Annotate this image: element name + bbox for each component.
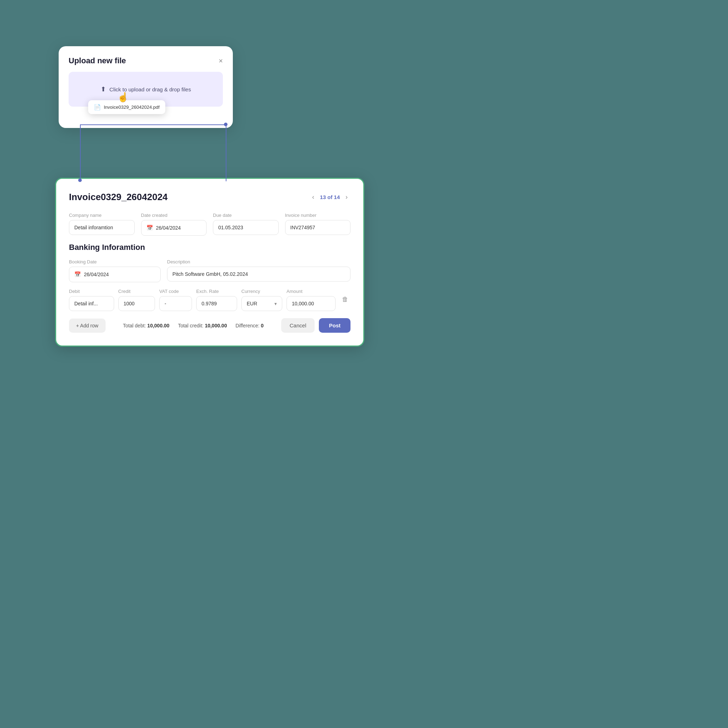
debit-input[interactable]: Detail inf... bbox=[69, 296, 114, 311]
credit-cell: Credit 1000 bbox=[118, 289, 155, 311]
exch-value: 0.9789 bbox=[202, 301, 217, 306]
booking-date-group: Booking Date 📅 bbox=[69, 259, 161, 282]
pagination-total: 14 bbox=[334, 194, 340, 200]
total-credit-label: Total credit: bbox=[178, 323, 204, 329]
total-credit-value: 10,000.00 bbox=[205, 323, 227, 329]
due-date-group: Due date bbox=[213, 213, 279, 236]
amount-cell: Amount 10,000.00 bbox=[286, 289, 336, 311]
invoice-filename: Invoice0329_26042024 bbox=[69, 191, 168, 203]
due-date-label: Due date bbox=[213, 213, 279, 218]
total-debt: Total debt: 10,000.00 bbox=[123, 323, 170, 329]
exch-cell: Exch. Rate 0.9789 bbox=[196, 289, 237, 311]
upload-dialog: Upload new file × ⬆ Click to upload or d… bbox=[59, 46, 233, 128]
amount-value: 10,000.00 bbox=[292, 301, 314, 306]
total-debt-value: 10,000.00 bbox=[147, 323, 169, 329]
invoice-number-group: Invoice number bbox=[285, 213, 351, 236]
add-row-button[interactable]: + Add row bbox=[69, 318, 106, 333]
cursor-hand-icon: ☝ bbox=[117, 92, 128, 103]
post-button[interactable]: Post bbox=[319, 318, 350, 333]
pagination-current: 13 of 14 bbox=[320, 194, 340, 200]
company-name-field[interactable] bbox=[74, 225, 129, 230]
due-date-input[interactable] bbox=[213, 220, 279, 235]
credit-value: 1000 bbox=[124, 301, 135, 306]
vat-label: VAT code bbox=[159, 289, 192, 294]
booking-calendar-icon: 📅 bbox=[74, 271, 81, 278]
booking-date-input[interactable]: 📅 bbox=[69, 267, 161, 282]
description-input[interactable] bbox=[167, 267, 350, 281]
totals-section: Total debt: 10,000.00 Total credit: 10,0… bbox=[123, 323, 264, 329]
file-icon: 📄 bbox=[94, 104, 101, 110]
booking-date-field[interactable] bbox=[84, 272, 155, 277]
description-field[interactable] bbox=[173, 271, 345, 277]
connector-line-vertical-left bbox=[80, 124, 81, 181]
connector-dot-bottom bbox=[78, 179, 82, 182]
date-created-group: Date created 📅 bbox=[141, 213, 207, 236]
vat-input[interactable]: - bbox=[159, 296, 192, 311]
connector-dot-top bbox=[224, 122, 228, 126]
debit-label: Debit bbox=[69, 289, 114, 294]
invoice-panel: Invoice0329_26042024 ‹ 13 of 14 › Compan… bbox=[55, 178, 364, 347]
connector-line-horizontal bbox=[80, 124, 226, 125]
difference: Difference: 0 bbox=[236, 323, 263, 329]
delete-row-button[interactable]: 🗑 bbox=[340, 296, 350, 304]
currency-cell: Currency EUR ▾ bbox=[242, 289, 282, 311]
banking-table-row: Debit Detail inf... Credit 1000 VAT code… bbox=[69, 289, 350, 311]
difference-label: Difference: bbox=[236, 323, 259, 329]
currency-label: Currency bbox=[242, 289, 282, 294]
close-button[interactable]: × bbox=[219, 57, 223, 64]
date-created-input[interactable]: 📅 bbox=[141, 220, 207, 236]
total-credit: Total credit: 10,000.00 bbox=[178, 323, 227, 329]
company-name-label: Company name bbox=[69, 213, 135, 218]
invoice-number-field[interactable] bbox=[291, 225, 346, 230]
upload-zone-text: Click to upload or drag & drop files bbox=[110, 86, 191, 92]
upload-icon: ⬆ bbox=[101, 85, 106, 93]
total-debt-label: Total debt: bbox=[123, 323, 146, 329]
company-name-group: Company name bbox=[69, 213, 135, 236]
pagination: ‹ 13 of 14 › bbox=[309, 192, 350, 202]
banking-date-desc-row: Booking Date 📅 Description bbox=[69, 259, 350, 282]
dragged-filename: Invoice0329_26042024.pdf bbox=[104, 104, 160, 110]
company-name-input[interactable] bbox=[69, 220, 135, 235]
top-form-row: Company name Date created 📅 Due date Inv… bbox=[69, 213, 350, 236]
cancel-button[interactable]: Cancel bbox=[281, 318, 315, 333]
invoice-number-input[interactable] bbox=[285, 220, 351, 235]
exch-input[interactable]: 0.9789 bbox=[196, 296, 237, 311]
currency-select[interactable]: EUR ▾ bbox=[242, 296, 282, 311]
pagination-next-button[interactable]: › bbox=[343, 192, 350, 202]
credit-input[interactable]: 1000 bbox=[118, 296, 155, 311]
description-group: Description bbox=[167, 259, 350, 282]
invoice-number-label: Invoice number bbox=[285, 213, 351, 218]
amount-label: Amount bbox=[286, 289, 336, 294]
calendar-icon: 📅 bbox=[147, 225, 153, 231]
amount-input[interactable]: 10,000.00 bbox=[286, 296, 336, 311]
vat-value: - bbox=[165, 301, 166, 306]
date-created-field[interactable] bbox=[156, 225, 202, 231]
date-created-label: Date created bbox=[141, 213, 207, 218]
upload-title: Upload new file bbox=[69, 56, 126, 66]
debit-cell: Debit Detail inf... bbox=[69, 289, 114, 311]
panel-footer: + Add row Total debt: 10,000.00 Total cr… bbox=[69, 318, 350, 333]
currency-value: EUR bbox=[247, 301, 257, 306]
upload-dialog-header: Upload new file × bbox=[69, 56, 223, 66]
debit-value: Detail inf... bbox=[74, 301, 98, 306]
chevron-down-icon: ▾ bbox=[274, 301, 277, 306]
credit-label: Credit bbox=[118, 289, 155, 294]
difference-value: 0 bbox=[261, 323, 264, 329]
invoice-header: Invoice0329_26042024 ‹ 13 of 14 › bbox=[69, 191, 350, 203]
connector-line-vertical-right bbox=[226, 124, 226, 181]
due-date-field[interactable] bbox=[218, 225, 273, 230]
banking-section-title: Banking Inforamtion bbox=[69, 243, 350, 252]
description-label: Description bbox=[167, 259, 350, 265]
booking-date-label: Booking Date bbox=[69, 259, 161, 265]
exch-label: Exch. Rate bbox=[196, 289, 237, 294]
footer-actions: Cancel Post bbox=[281, 318, 350, 333]
vat-cell: VAT code - bbox=[159, 289, 192, 311]
pagination-of-label: of bbox=[327, 194, 332, 200]
pagination-prev-button[interactable]: ‹ bbox=[309, 192, 317, 202]
